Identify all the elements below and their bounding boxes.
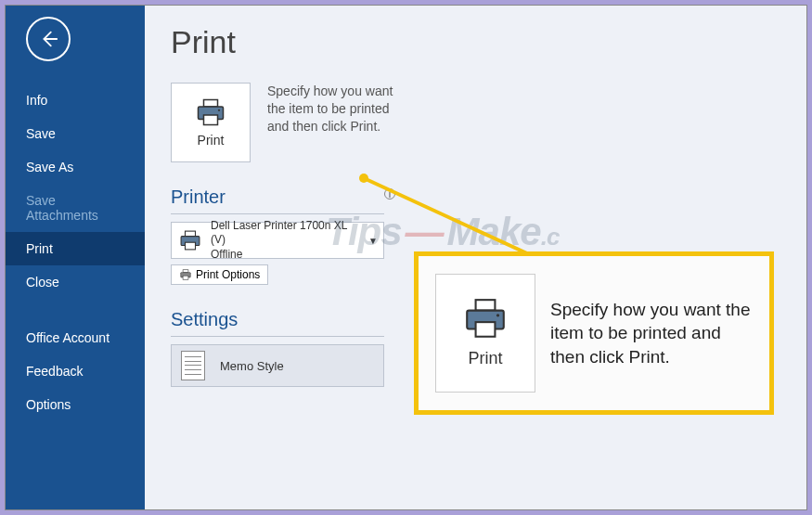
sidebar-item-options[interactable]: Options [6,388,145,421]
sidebar-item-print[interactable]: Print [6,232,145,265]
printer-dropdown[interactable]: Dell Laser Printer 1700n XL (V) Offline … [171,222,384,259]
svg-point-3 [218,109,220,111]
svg-rect-2 [204,115,218,125]
sidebar-item-office-account[interactable]: Office Account [6,321,145,354]
printer-icon [179,269,192,280]
page-title: Print [171,24,780,60]
sidebar-item-feedback[interactable]: Feedback [6,354,145,388]
svg-rect-12 [476,300,496,310]
print-description: Specify how you want the item to be prin… [267,83,406,135]
style-label: Memo Style [220,359,284,373]
svg-point-15 [496,314,499,316]
divider [171,213,384,214]
svg-rect-14 [476,322,496,337]
sidebar-item-close[interactable]: Close [6,265,145,299]
sidebar-item-save-attachments: Save Attachments [6,184,145,232]
print-options-button[interactable]: Print Options [171,264,268,285]
chevron-down-icon: ▼ [368,236,378,246]
back-button[interactable] [26,17,71,61]
svg-rect-0 [204,100,218,108]
printer-icon [177,230,203,251]
callout-print-button: Print [435,274,535,393]
sidebar: Info Save Save As Save Attachments Print… [6,6,145,509]
backstage-window: In Info Save Save As Save Attachments Pr… [5,5,807,510]
divider [171,336,384,337]
printer-icon [194,97,227,127]
printer-name-status: Dell Laser Printer 1700n XL (V) Offline [211,219,361,263]
document-icon [181,351,205,380]
callout-button-label: Print [468,349,502,368]
info-icon[interactable]: i [384,188,395,200]
arrow-left-icon [38,29,58,49]
sidebar-item-save-as[interactable]: Save As [6,150,145,184]
sidebar-item-save[interactable]: Save [6,117,145,150]
print-button-label: Print [198,133,225,148]
svg-rect-9 [183,276,188,279]
callout-box: Print Specify how you want the item to b… [414,251,774,415]
printer-section-title: Printer i [171,187,780,208]
printer-icon [462,299,509,340]
svg-rect-6 [186,242,196,250]
svg-rect-7 [183,270,188,273]
callout-description: Specify how you want the item to be prin… [550,298,753,369]
svg-rect-4 [186,231,196,237]
print-action-row: Print Specify how you want the item to b… [171,83,780,162]
sidebar-item-info[interactable]: Info [6,84,145,117]
print-style-dropdown[interactable]: Memo Style [171,344,384,387]
print-button[interactable]: Print [171,83,251,162]
